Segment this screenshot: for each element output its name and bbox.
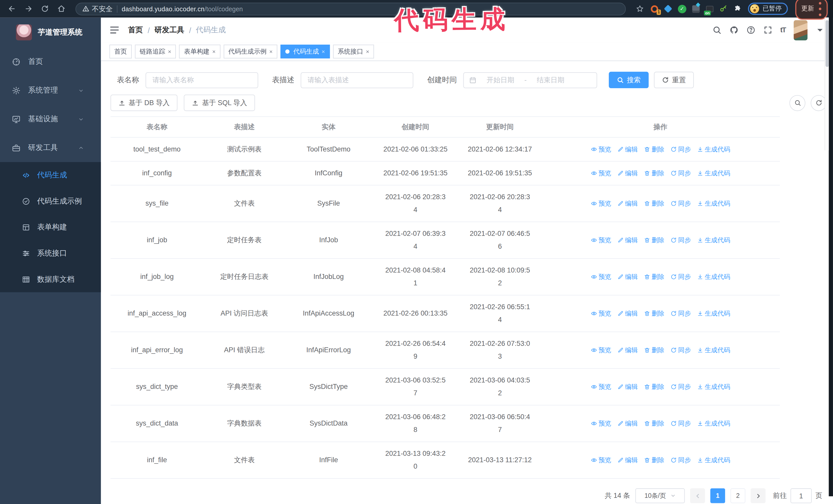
action-eye-link[interactable]: 预览 xyxy=(591,167,611,180)
import-sql-button[interactable]: 基于 SQL 导入 xyxy=(184,95,255,111)
forward-icon[interactable] xyxy=(22,4,35,14)
tab-form-builder[interactable]: 表单构建× xyxy=(179,45,220,58)
page-button-2[interactable]: 2 xyxy=(731,488,745,503)
hamburger-icon[interactable] xyxy=(110,25,119,35)
extension-orange-icon[interactable]: 1 xyxy=(650,4,659,13)
refresh-table-button[interactable] xyxy=(811,95,827,111)
action-sync-link[interactable]: 同步 xyxy=(670,234,691,247)
sidebar-subitem-db-doc[interactable]: 数据库文档 xyxy=(0,266,101,292)
action-trash-link[interactable]: 删除 xyxy=(644,454,664,466)
extension-key-icon[interactable] xyxy=(719,4,728,13)
reset-button[interactable]: 重置 xyxy=(654,72,694,88)
sidebar-item-system[interactable]: 系统管理 xyxy=(0,76,101,104)
action-trash-link[interactable]: 删除 xyxy=(644,143,664,156)
kebab-menu-icon[interactable]: ●●● xyxy=(818,0,822,18)
sidebar-subitem-codegen[interactable]: 代码生成 xyxy=(0,162,101,188)
fullscreen-icon[interactable] xyxy=(763,25,772,34)
action-sync-link[interactable]: 同步 xyxy=(670,167,691,180)
page-size-select[interactable]: 10条/页 xyxy=(635,488,685,503)
search-button[interactable]: 搜索 xyxy=(609,72,648,88)
profile-paused-badge[interactable]: 已暂停 xyxy=(748,3,788,15)
extension-check-icon[interactable]: ✓ xyxy=(677,4,686,13)
scrollbar[interactable] xyxy=(825,18,829,150)
action-trash-link[interactable]: 删除 xyxy=(644,197,664,210)
start-date-input[interactable] xyxy=(480,76,521,84)
reload-icon[interactable] xyxy=(38,4,51,14)
action-trash-link[interactable]: 删除 xyxy=(644,167,664,180)
action-download-link[interactable]: 生成代码 xyxy=(697,234,730,247)
action-edit-link[interactable]: 编辑 xyxy=(617,197,638,210)
help-icon[interactable] xyxy=(746,25,755,34)
page-button-1[interactable]: 1 xyxy=(710,488,725,503)
action-eye-link[interactable]: 预览 xyxy=(591,143,611,156)
action-sync-link[interactable]: 同步 xyxy=(670,454,691,466)
user-avatar[interactable] xyxy=(794,20,808,40)
action-edit-link[interactable]: 编辑 xyxy=(617,344,638,357)
action-eye-link[interactable]: 预览 xyxy=(591,307,611,320)
home-icon[interactable] xyxy=(54,4,68,14)
search-icon[interactable] xyxy=(712,25,721,34)
sidebar-subitem-system-api[interactable]: 系统接口 xyxy=(0,240,101,266)
sidebar-subitem-codegen-example[interactable]: 代码生成示例 xyxy=(0,188,101,214)
bookmark-star-icon[interactable] xyxy=(633,4,647,14)
action-eye-link[interactable]: 预览 xyxy=(591,380,611,393)
action-download-link[interactable]: 生成代码 xyxy=(697,344,730,357)
action-edit-link[interactable]: 编辑 xyxy=(617,380,638,393)
font-size-icon[interactable]: tT xyxy=(780,26,786,34)
action-download-link[interactable]: 生成代码 xyxy=(697,380,730,393)
extension-gem-icon[interactable] xyxy=(664,4,673,13)
tab-home[interactable]: 首页 xyxy=(110,45,132,58)
action-download-link[interactable]: 生成代码 xyxy=(697,143,730,156)
close-icon[interactable]: × xyxy=(168,49,171,55)
action-sync-link[interactable]: 同步 xyxy=(670,197,691,210)
action-sync-link[interactable]: 同步 xyxy=(670,143,691,156)
action-eye-link[interactable]: 预览 xyxy=(591,197,611,210)
action-sync-link[interactable]: 同步 xyxy=(670,307,691,320)
action-sync-link[interactable]: 同步 xyxy=(670,344,691,357)
sidebar-item-home[interactable]: 首页 xyxy=(0,47,101,76)
tab-system-api[interactable]: 系统接口× xyxy=(333,45,374,58)
extension-sliders-icon[interactable] xyxy=(691,4,700,13)
action-eye-link[interactable]: 预览 xyxy=(591,234,611,247)
back-icon[interactable] xyxy=(5,4,19,14)
action-edit-link[interactable]: 编辑 xyxy=(617,417,638,430)
next-page-button[interactable] xyxy=(751,488,766,503)
tab-codegen[interactable]: 代码生成× xyxy=(281,45,330,58)
action-download-link[interactable]: 生成代码 xyxy=(697,167,730,180)
action-trash-link[interactable]: 删除 xyxy=(644,344,664,357)
browser-update-button[interactable]: 更新 ●●● xyxy=(795,0,828,20)
sidebar-subitem-form-builder[interactable]: 表单构建 xyxy=(0,214,101,240)
close-icon[interactable]: × xyxy=(322,49,325,55)
action-eye-link[interactable]: 预览 xyxy=(591,270,611,283)
prev-page-button[interactable] xyxy=(690,488,705,503)
breadcrumb-item[interactable]: 首页 xyxy=(128,25,143,34)
action-download-link[interactable]: 生成代码 xyxy=(697,197,730,210)
action-trash-link[interactable]: 删除 xyxy=(644,270,664,283)
action-edit-link[interactable]: 编辑 xyxy=(617,307,638,320)
close-icon[interactable]: × xyxy=(366,49,369,55)
extension-puzzle-icon[interactable] xyxy=(733,4,742,13)
address-bar[interactable]: 不安全 dashboard.yudao.iocoder.cn/tool/code… xyxy=(75,2,626,15)
action-eye-link[interactable]: 预览 xyxy=(591,454,611,466)
action-eye-link[interactable]: 预览 xyxy=(591,344,611,357)
sidebar-logo[interactable]: 芋道管理系统 xyxy=(0,18,101,47)
breadcrumb-item[interactable]: 研发工具 xyxy=(154,25,184,34)
end-date-input[interactable] xyxy=(530,76,571,84)
action-download-link[interactable]: 生成代码 xyxy=(697,417,730,430)
action-download-link[interactable]: 生成代码 xyxy=(697,307,730,320)
action-trash-link[interactable]: 删除 xyxy=(644,234,664,247)
import-db-button[interactable]: 基于 DB 导入 xyxy=(111,95,177,111)
action-edit-link[interactable]: 编辑 xyxy=(617,234,638,247)
action-edit-link[interactable]: 编辑 xyxy=(617,167,638,180)
action-sync-link[interactable]: 同步 xyxy=(670,380,691,393)
action-edit-link[interactable]: 编辑 xyxy=(617,270,638,283)
sidebar-item-infra[interactable]: 基础设施 xyxy=(0,104,101,133)
action-download-link[interactable]: 生成代码 xyxy=(697,454,730,466)
caret-down-icon[interactable] xyxy=(815,25,825,34)
action-eye-link[interactable]: 预览 xyxy=(591,417,611,430)
goto-page-input[interactable] xyxy=(790,488,812,503)
sidebar-item-dev-tools[interactable]: 研发工具 xyxy=(0,133,101,162)
tab-tracing[interactable]: 链路追踪× xyxy=(135,45,176,58)
table-desc-input[interactable] xyxy=(301,72,413,88)
tab-codegen-example[interactable]: 代码生成示例× xyxy=(223,45,277,58)
